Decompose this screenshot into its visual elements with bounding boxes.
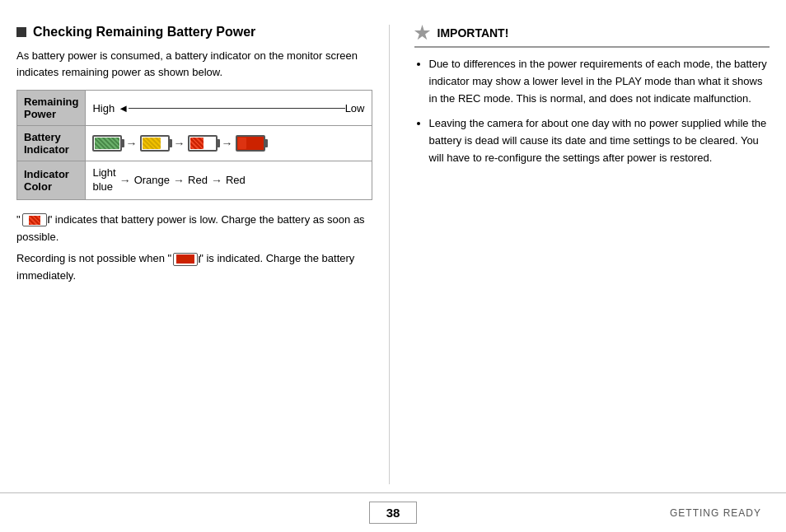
color-arrow3: → [211, 174, 222, 187]
battery-icon-full [92, 135, 122, 152]
note1: "" indicates that battery power is low. … [16, 212, 372, 246]
important-bullet-2: Leaving the camera for about one day wit… [429, 115, 770, 166]
battery-icons-group: → → → [92, 135, 364, 152]
left-column: Checking Remaining Battery Power As batt… [16, 25, 390, 484]
battery-icon-low [188, 135, 218, 152]
battery-low-fill [190, 138, 204, 149]
battery-mid-fill [143, 138, 161, 149]
important-header: IMPORTANT! [414, 25, 770, 48]
page-footer: 38 GETTING READY [0, 492, 786, 532]
power-arrow-line [129, 108, 345, 109]
arrow-left: ◄ [118, 102, 129, 114]
remaining-power-content: High ◄ Low [86, 91, 372, 126]
intro-text: As battery power is consumed, a battery … [16, 48, 372, 80]
remaining-power-header: RemainingPower [17, 91, 86, 126]
footer-label: GETTING READY [670, 507, 761, 519]
color-arrow1: → [119, 174, 131, 187]
color-orange: Orange [134, 174, 170, 186]
battery-icon-mid [140, 135, 170, 152]
important-list: Due to differences in the power requirem… [414, 56, 770, 167]
section-square-icon [16, 27, 26, 37]
color-lightblue: Lightblue [92, 166, 115, 194]
color-red1: Red [188, 174, 208, 186]
battery-indicator-header: BatteryIndicator [17, 126, 86, 161]
battery-table: RemainingPower High ◄ Low BatteryIndicat… [16, 90, 372, 200]
important-title: IMPORTANT! [437, 26, 509, 40]
color-red2: Red [226, 174, 246, 186]
arrow1: → [125, 137, 137, 150]
low-label: Low [345, 102, 365, 114]
section-title-text: Checking Remaining Battery Power [33, 25, 255, 40]
indicator-color-content: Lightblue → Orange → Red → Red [86, 161, 372, 200]
page-number: 38 [369, 502, 418, 524]
battery-inline-low-fill [29, 216, 40, 225]
note2: Recording is not possible when "" is ind… [16, 250, 372, 285]
indicator-color-row: IndicatorColor Lightblue → Orange → Red … [17, 161, 372, 200]
star-icon [414, 25, 431, 41]
remaining-power-row: RemainingPower High ◄ Low [17, 91, 372, 126]
indicator-color-header: IndicatorColor [17, 161, 86, 200]
important-bullet-1: Due to differences in the power requirem… [429, 56, 770, 107]
section-title: Checking Remaining Battery Power [16, 25, 372, 40]
right-column: IMPORTANT! Due to differences in the pow… [406, 25, 770, 484]
important-box: IMPORTANT! Due to differences in the pow… [414, 25, 770, 167]
battery-vlow-fill [238, 138, 246, 149]
color-arrow2: → [173, 174, 185, 187]
battery-inline-low-icon [22, 213, 47, 226]
battery-inline-vlow-fill [176, 254, 194, 264]
battery-icon-vlow [236, 135, 265, 152]
battery-indicator-content: → → → [86, 126, 372, 161]
arrow2: → [173, 137, 185, 150]
high-label: High [92, 102, 115, 114]
battery-inline-vlow-icon [173, 253, 198, 266]
arrow3: → [221, 137, 232, 150]
battery-indicator-row: BatteryIndicator → → [17, 126, 372, 161]
battery-full-fill [95, 138, 119, 149]
color-sequence: Lightblue → Orange → Red → Red [92, 166, 364, 194]
